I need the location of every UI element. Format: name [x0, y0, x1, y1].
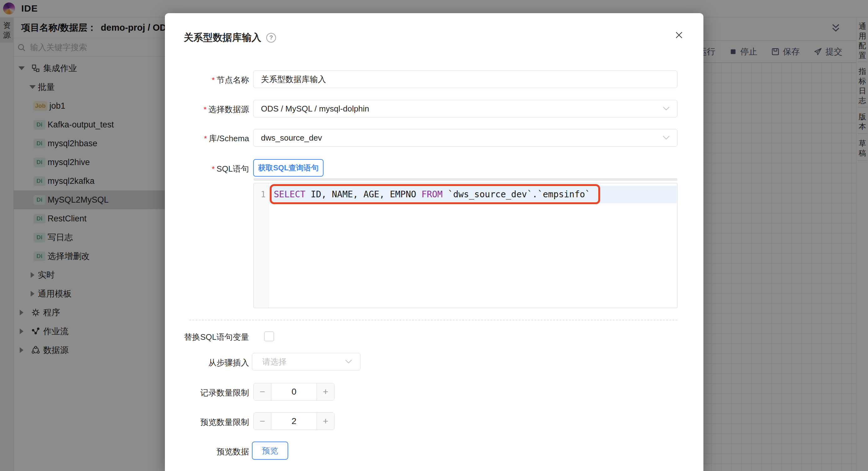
line-number: 1 [254, 186, 266, 203]
chevron-down-icon [345, 359, 352, 364]
help-icon[interactable]: ? [266, 33, 276, 42]
minus-button[interactable]: − [254, 383, 271, 400]
close-icon[interactable] [675, 31, 683, 39]
minus-button[interactable]: − [254, 413, 271, 430]
dialog-title: 关系型数据库输入 [184, 31, 261, 44]
replace-vars-checkbox[interactable] [264, 331, 274, 341]
datasource-label: *选择数据源 [165, 104, 249, 115]
node-name-input[interactable] [253, 70, 677, 88]
insert-step-placeholder: 请选择 [262, 356, 287, 367]
record-limit-stepper: − 0 + [253, 383, 335, 401]
datasource-select[interactable]: ODS / MySQL / mysql-dolphin [253, 100, 677, 117]
preview-data-label: 预览数据 [165, 446, 249, 457]
sql-editor[interactable]: 1 SELECT ID, NAME, AGE, EMPNO FROM `dws_… [253, 183, 677, 308]
record-limit-value[interactable]: 0 [271, 383, 317, 400]
schema-select[interactable]: dws_source_dev [253, 129, 677, 147]
plus-button[interactable]: + [317, 413, 334, 430]
replace-vars-label: 替换SQL语句变量 [165, 332, 249, 343]
plus-button[interactable]: + [317, 383, 334, 400]
insert-step-label: 从步骤插入 [165, 357, 249, 368]
chevron-down-icon [663, 107, 670, 111]
editor-scrollbar[interactable] [253, 178, 677, 181]
preview-button[interactable]: 预览 [252, 442, 288, 460]
schema-value: dws_source_dev [261, 133, 322, 143]
chevron-down-icon [663, 136, 670, 140]
preview-limit-label: 预览数量限制 [165, 417, 249, 428]
sql-label: *SQL语句 [165, 164, 249, 174]
node-name-label: *节点名称 [165, 75, 249, 86]
insert-step-select[interactable]: 请选择 [252, 353, 361, 371]
section-divider [189, 320, 677, 320]
preview-limit-stepper: − 2 + [253, 412, 335, 430]
schema-label: *库/Schema [165, 133, 249, 144]
preview-limit-value[interactable]: 2 [271, 413, 317, 430]
record-limit-label: 记录数量限制 [165, 387, 249, 399]
sql-code-line: SELECT ID, NAME, AGE, EMPNO FROM `dws_so… [274, 186, 590, 203]
datasource-value: ODS / MySQL / mysql-dolphin [261, 104, 369, 114]
get-sql-button[interactable]: 获取SQL查询语句 [253, 159, 323, 177]
relational-db-input-dialog: 关系型数据库输入 ? *节点名称 *选择数据源 ODS / MySQL / my… [165, 13, 704, 471]
